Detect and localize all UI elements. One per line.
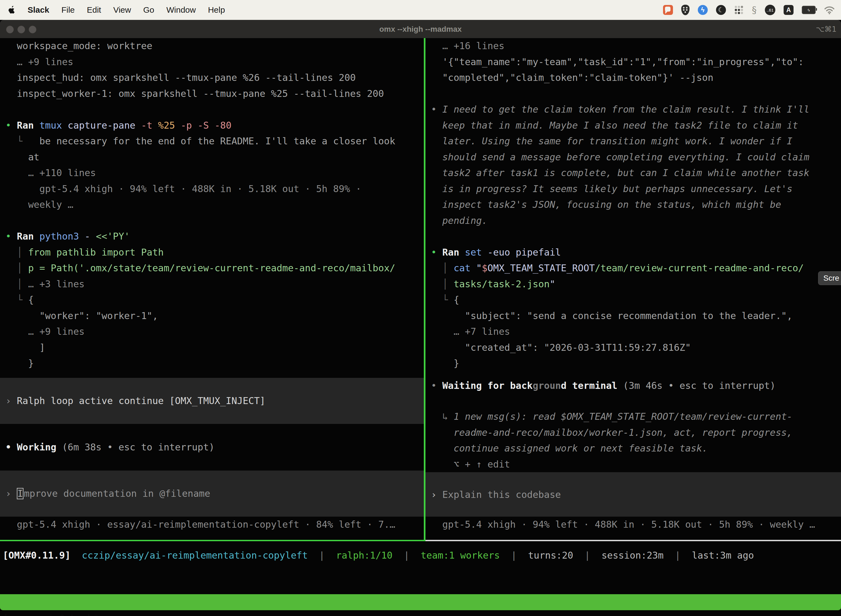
terminal-line: } [425,355,841,371]
right-pane-border [425,540,841,541]
screen: Slack File Edit View Go Window Help ϟ ☾ … [0,0,841,616]
menu-left: Slack File Edit View Go Window Help [0,5,225,15]
prompt-input-left[interactable]: › Improve documentation in @filename [0,488,210,499]
terminal-line: └ be necessary for the end of the README… [0,133,424,149]
terminal-line: • Ran set -euo pipefail [425,245,841,261]
status-segment: ralph:1/10 [336,550,393,561]
terminal-line: readme-and-reco/mailbox/worker-1.json, a… [425,425,841,441]
terminal-line: } [0,355,424,371]
terminal-line: │ p = Path('.omx/state/team/review-curre… [0,260,424,276]
text-cursor: I [17,488,23,499]
prompt-input-right[interactable]: › Explain this codebase [425,489,561,500]
prompt-input-band-right[interactable]: › Explain this codebase [425,472,841,517]
terminal-line: • Working (6m 38s • esc to interrupt) [0,439,424,455]
squiggle-icon[interactable]: § [752,4,757,15]
status-segment: | [308,550,336,561]
terminal-line: workspace_mode: worktree [0,38,424,54]
terminal-line: is in progress? It seems likely but perh… [425,181,841,197]
terminal-line: … +9 lines [0,324,424,340]
terminal-line: "completed","claim_token":"claim-token"}… [425,70,841,86]
left-model-line: gpt-5.4 xhigh · essay/ai-reimplementatio… [0,517,424,532]
chat-app-icon[interactable] [663,5,673,15]
menu-item-view[interactable]: View [113,5,131,15]
apple-icon[interactable] [8,6,15,14]
terminal-line: ↳ 1 new msg(s): read $OMX_TEAM_STATE_ROO… [425,409,841,425]
terminal-line: … +110 lines [0,165,424,181]
window-titlebar[interactable]: omx --xhigh --madmax ⌥⌘1 [0,20,841,38]
wifi-icon[interactable] [824,6,835,14]
terminal-line: at [0,149,424,165]
terminal-line: keep that in mind. Maybe I also need the… [425,117,841,133]
terminal-line: "worker": "worker-1", [0,308,424,324]
terminal-line: … +7 lines [425,324,841,340]
left-pane-border [0,540,424,541]
battery-charging-icon[interactable]: ϟ [802,6,816,14]
status-segment: | [664,550,692,561]
pane-left[interactable]: workspace_mode: worktree … +9 lines insp… [0,38,424,540]
menu-item-file[interactable]: File [61,5,75,15]
terminal-line: task2 after task1 is complete, but can I… [425,165,841,181]
terminal-line: continue assigned work or next feasible … [425,440,841,456]
menu-item-app[interactable]: Slack [28,5,49,15]
terminal-line: • Waiting for background terminal (3m 46… [425,378,841,394]
terminal-line [425,229,841,245]
left-log: workspace_mode: worktree … +9 lines insp… [0,38,424,371]
keyboard-layout-icon[interactable]: A [784,5,794,15]
terminal-line: │ from pathlib import Path [0,245,424,261]
terminal-line: inspect task2's JSON, focusing on the st… [425,197,841,213]
status-segment: turns:20 [528,550,573,561]
right-model-line: gpt-5.4 xhigh · 94% left · 488K in · 5.1… [425,517,841,532]
waiting-status: • Waiting for background terminal (3m 46… [425,378,841,394]
status-segment: | [500,550,528,561]
menu-bar: Slack File Edit View Go Window Help ϟ ☾ … [0,0,841,20]
terminal-line: should send a message before completing … [425,149,841,165]
terminal-line: • Ran python3 - <<'PY' [0,229,424,245]
terminal-window: omx --xhigh --madmax ⌥⌘1 workspace_mode:… [0,20,841,616]
terminal-line: • Ran tmux capture-pane -t %25 -p -S -80 [0,117,424,133]
bolt-badge-icon[interactable]: ϟ [698,5,708,15]
status-segment: team:1 workers [421,550,500,561]
terminal-line [425,86,841,102]
mailbox-note: ↳ 1 new msg(s): read $OMX_TEAM_STATE_ROO… [425,409,841,472]
terminal-line: inspect_hud: omx sparkshell --tmux-pane … [0,70,424,86]
menu-item-window[interactable]: Window [166,5,196,15]
storage-badge-icon[interactable]: ..61 [765,5,775,15]
moon-badge-icon[interactable]: ☾ [716,5,726,15]
terminal-line: │ tasks/task-2.json" [425,276,841,292]
dots-grid-icon[interactable] [734,5,744,15]
terminal-line: … +16 lines [425,38,841,54]
pane-right[interactable]: … +16 lines '{"team_name":"my-team","tas… [425,38,841,540]
menu-item-go[interactable]: Go [143,5,154,15]
prompt-input-band-left[interactable]: › Improve documentation in @filename [0,471,424,517]
terminal-line: pending. [425,213,841,229]
terminal-line: weekly … [0,197,424,213]
status-segment: | [573,550,602,561]
menu-item-help[interactable]: Help [208,5,225,15]
terminal-line [0,213,424,229]
menu-item-edit[interactable]: Edit [87,5,101,15]
terminal-content: workspace_mode: worktree … +9 lines insp… [0,38,841,616]
prompt-chevron: › [431,489,442,500]
ralph-loop-band: › Ralph loop active continue [OMX_TMUX_I… [0,378,424,424]
terminal-line [0,101,424,117]
status-segment: last:3m ago [692,550,754,561]
status-segment: session:23m [602,550,664,561]
terminal-line: inspect_worker-1: omx sparkshell --tmux-… [0,86,424,102]
terminal-line: '{"team_name":"my-team","task_id":"1","f… [425,54,841,70]
tmux-session-label: [omx-cczip0:bash* [3,610,99,616]
terminal-line: gpt-5.4 xhigh · 94% left · 488K in · 5.1… [0,181,424,197]
tmux-status-bar: [omx-cczip0:bash* "MacBook-Pro-44.local"… [0,594,841,610]
status-segment: cczip/essay/ai-reimplementation-copyleft [82,550,308,561]
shield-grid-icon[interactable] [681,5,690,15]
ralph-loop-line: › Ralph loop active continue [OMX_TMUX_I… [0,395,265,406]
prompt-chevron: › [6,395,17,406]
terminal-line: gpt-5.4 xhigh · essay/ai-reimplementatio… [0,517,424,532]
terminal-line: • I need to get the claim token from the… [425,101,841,117]
terminal-line: later. Using the same for transition mig… [425,133,841,149]
terminal-line: gpt-5.4 xhigh · 94% left · 488K in · 5.1… [425,517,841,532]
status-segment: | [393,550,420,561]
terminal-line: └ { [0,292,424,308]
terminal-line: │ cat "$OMX_TEAM_STATE_ROOT/team/review-… [425,260,841,276]
terminal-line: ] [0,340,424,356]
terminal-line: "created_at": "2026-03-31T11:59:27.816Z" [425,340,841,356]
